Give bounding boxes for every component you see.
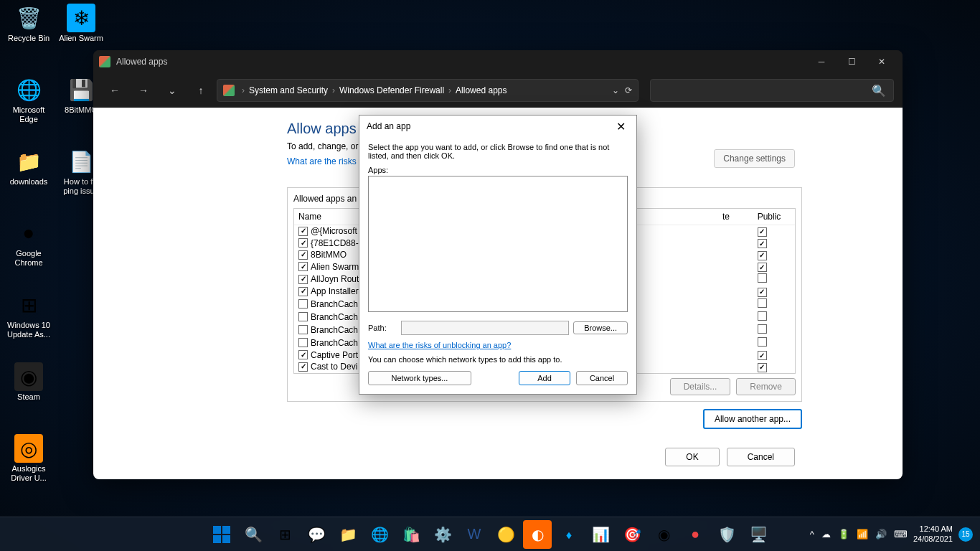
system-tray[interactable]: ^ ☁ 🔋 📶 🔊 ⌨ 12:40 AM 24/08/2021 15 xyxy=(810,524,973,543)
desktop-icon[interactable]: 🌐Microsoft Edge xyxy=(4,75,54,124)
public-checkbox[interactable] xyxy=(758,324,767,334)
recent-button[interactable]: ⌄ xyxy=(159,79,185,102)
public-checkbox[interactable] xyxy=(758,239,767,248)
dialog-close-button[interactable]: ✕ xyxy=(612,120,629,133)
risks-link[interactable]: What are the risks xyxy=(287,156,357,166)
row-checkbox[interactable] xyxy=(298,362,308,372)
steam-icon[interactable]: ◉ xyxy=(649,520,678,549)
desktop-icon[interactable]: ⊞Windows 10 Update As... xyxy=(4,291,54,339)
browse-button[interactable]: Browse... xyxy=(573,321,628,334)
app-icon-1[interactable]: ◐ xyxy=(523,520,552,549)
col-private[interactable]: te xyxy=(705,212,748,222)
row-name: 8BitMMO xyxy=(311,250,347,260)
row-checkbox[interactable] xyxy=(298,350,308,359)
details-button[interactable]: Details... xyxy=(670,378,731,395)
row-checkbox[interactable] xyxy=(298,312,308,321)
ok-button[interactable]: OK xyxy=(665,448,719,466)
public-checkbox[interactable] xyxy=(758,273,767,283)
public-checkbox[interactable] xyxy=(758,298,767,308)
language-icon[interactable]: ⌨ xyxy=(894,529,908,540)
row-checkbox[interactable] xyxy=(298,250,308,260)
public-checkbox[interactable] xyxy=(758,263,767,272)
icon-glyph: ◉ xyxy=(14,362,43,391)
app-icon-3[interactable]: 📊 xyxy=(586,520,615,549)
control-panel-icon[interactable]: 🖥️ xyxy=(744,520,773,549)
titlebar[interactable]: Allowed apps ─ ☐ ✕ xyxy=(93,50,903,73)
app-icon-5[interactable]: ● xyxy=(681,520,710,549)
notification-badge[interactable]: 15 xyxy=(958,527,973,542)
battery-icon[interactable]: 🔋 xyxy=(838,529,849,540)
navbar: ← → ⌄ ↑ › System and Security › Windows … xyxy=(93,73,903,108)
settings-icon[interactable]: ⚙️ xyxy=(428,520,457,549)
row-checkbox[interactable] xyxy=(298,325,308,334)
explorer-icon[interactable]: 📁 xyxy=(334,520,362,549)
close-button[interactable]: ✕ xyxy=(867,50,897,73)
search-button[interactable]: 🔍 xyxy=(239,520,268,549)
defender-icon[interactable]: 🛡️ xyxy=(712,520,741,549)
path-input[interactable] xyxy=(401,321,569,335)
row-checkbox[interactable] xyxy=(298,275,308,284)
icon-glyph: ⊞ xyxy=(14,291,43,319)
task-view-button[interactable]: ⊞ xyxy=(270,520,299,549)
desktop-icon[interactable]: 🗑️Recycle Bin xyxy=(4,4,54,43)
app-icon-4[interactable]: 🎯 xyxy=(618,520,646,549)
wifi-icon[interactable]: 📶 xyxy=(857,529,868,540)
apps-listbox[interactable] xyxy=(368,176,628,312)
public-checkbox[interactable] xyxy=(758,337,767,347)
row-checkbox[interactable] xyxy=(298,227,308,236)
onedrive-icon[interactable]: ☁ xyxy=(821,529,831,540)
edge-icon[interactable]: 🌐 xyxy=(365,520,394,549)
tray-chevron-icon[interactable]: ^ xyxy=(810,529,814,540)
col-public[interactable]: Public xyxy=(748,212,791,222)
search-input[interactable]: 🔍 xyxy=(650,79,894,102)
chat-icon[interactable]: 💬 xyxy=(302,520,331,549)
store-icon[interactable]: 🛍️ xyxy=(397,520,425,549)
row-checkbox[interactable] xyxy=(298,238,308,248)
network-types-button[interactable]: Network types... xyxy=(368,371,471,385)
row-checkbox[interactable] xyxy=(298,338,308,347)
dialog-titlebar[interactable]: Add an app ✕ xyxy=(359,116,636,137)
desktop-icon[interactable]: ◎Auslogics Driver U... xyxy=(4,434,54,483)
breadcrumb-1[interactable]: System and Security xyxy=(246,85,331,95)
public-checkbox[interactable] xyxy=(758,363,767,372)
change-settings-button[interactable]: Change settings xyxy=(714,149,795,168)
cancel-button[interactable]: Cancel xyxy=(727,448,795,466)
icon-label: Google Chrome xyxy=(4,249,54,268)
volume-icon[interactable]: 🔊 xyxy=(875,529,887,540)
desktop-icon[interactable]: ●Google Chrome xyxy=(4,219,54,268)
row-checkbox[interactable] xyxy=(298,299,308,309)
breadcrumb-2[interactable]: Windows Defender Firewall xyxy=(336,85,447,95)
address-bar[interactable]: › System and Security › Windows Defender… xyxy=(217,79,639,102)
icon-label: Microsoft Edge xyxy=(4,105,54,124)
public-checkbox[interactable] xyxy=(758,351,767,360)
chrome-icon[interactable]: 🟡 xyxy=(491,520,520,549)
remove-button[interactable]: Remove xyxy=(736,378,796,395)
public-checkbox[interactable] xyxy=(758,251,767,260)
search-icon: 🔍 xyxy=(872,84,886,98)
desktop-icon[interactable]: 📁downloads xyxy=(4,147,54,187)
unblock-risks-link[interactable]: What are the risks of unblocking an app? xyxy=(368,341,511,349)
row-checkbox[interactable] xyxy=(298,287,308,296)
clock[interactable]: 12:40 AM 24/08/2021 xyxy=(913,524,953,543)
public-checkbox[interactable] xyxy=(758,227,767,237)
desktop-icon[interactable]: ◉Steam xyxy=(4,362,54,402)
taskbar[interactable]: 🔍 ⊞ 💬 📁 🌐 🛍️ ⚙️ W 🟡 ◐ ⬧ 📊 🎯 ◉ ● 🛡️ 🖥️ ^ … xyxy=(0,517,980,551)
start-button[interactable] xyxy=(207,520,236,549)
forward-button[interactable]: → xyxy=(131,79,156,102)
maximize-button[interactable]: ☐ xyxy=(837,50,867,73)
minimize-button[interactable]: ─ xyxy=(806,50,837,73)
chevron-down-icon[interactable]: ⌄ xyxy=(612,85,619,95)
allow-another-app-button[interactable]: Allow another app... xyxy=(703,409,802,429)
add-button[interactable]: Add xyxy=(519,371,570,385)
app-icon-2[interactable]: ⬧ xyxy=(555,520,583,549)
public-checkbox[interactable] xyxy=(758,288,767,297)
row-checkbox[interactable] xyxy=(298,262,308,271)
word-icon[interactable]: W xyxy=(460,520,489,549)
up-button[interactable]: ↑ xyxy=(188,79,214,102)
refresh-icon[interactable]: ⟳ xyxy=(625,85,632,95)
back-button[interactable]: ← xyxy=(102,79,128,102)
breadcrumb-3[interactable]: Allowed apps xyxy=(453,85,509,95)
public-checkbox[interactable] xyxy=(758,311,767,321)
dialog-cancel-button[interactable]: Cancel xyxy=(576,371,628,385)
desktop-icon[interactable]: ❄Alien Swarm xyxy=(56,4,106,43)
